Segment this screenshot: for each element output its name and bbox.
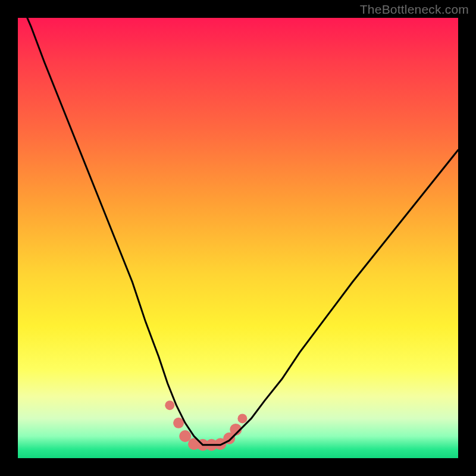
chart-svg (18, 18, 458, 458)
plot-area (18, 18, 458, 458)
valley-marker (165, 400, 174, 410)
bottleneck-curve (18, 0, 458, 445)
outer-frame: TheBottleneck.com (0, 0, 476, 476)
watermark-text: TheBottleneck.com (360, 2, 469, 17)
valley-marker (179, 430, 191, 442)
valley-marker (237, 414, 247, 423)
